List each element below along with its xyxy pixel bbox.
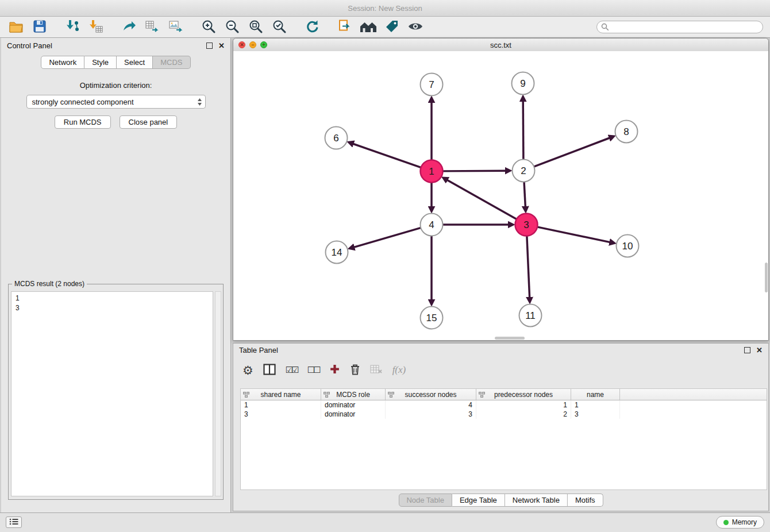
close-window-icon[interactable]: ✕: [238, 41, 245, 48]
column-header-successor-nodes[interactable]: successor nodes: [386, 389, 476, 400]
graph-edge-3-1[interactable]: [447, 180, 517, 219]
cell-mcds-role: dominator: [321, 410, 386, 419]
tab-network[interactable]: Network: [41, 56, 84, 69]
table-row[interactable]: 1 dominator 4 1 1: [241, 400, 767, 410]
column-header-name[interactable]: name: [571, 389, 620, 400]
tab-style[interactable]: Style: [84, 56, 117, 69]
delete-table-icon: [370, 365, 383, 376]
delete-column-button[interactable]: [350, 364, 360, 377]
save-icon: [33, 20, 47, 35]
zoom-selected-button[interactable]: [270, 18, 288, 36]
criterion-select[interactable]: strongly connected component: [26, 95, 206, 109]
memory-button[interactable]: Memory: [716, 516, 764, 529]
close-panel-button[interactable]: Close panel: [120, 115, 178, 129]
optimization-criterion-label: Optimization criterion:: [1, 81, 230, 90]
zoom-in-button[interactable]: [199, 18, 218, 36]
graph-node-2[interactable]: 2: [513, 160, 535, 182]
import-table-icon: [88, 19, 103, 36]
graph-edge-4-14[interactable]: [354, 228, 421, 248]
close-table-panel-icon[interactable]: ✕: [756, 346, 763, 354]
search-input[interactable]: [596, 21, 763, 33]
graph-node-11[interactable]: 11: [519, 304, 542, 327]
network-graph[interactable]: 7968124314101511: [233, 51, 768, 340]
minimize-window-icon[interactable]: −: [249, 41, 256, 48]
table-row[interactable]: 3 dominator 3 2 3: [241, 410, 767, 419]
cell-filler: [620, 410, 767, 419]
add-column-button[interactable]: [329, 364, 340, 376]
horizontal-scrollbar[interactable]: [495, 337, 525, 340]
graph-edge-1-6[interactable]: [353, 144, 421, 167]
tab-select[interactable]: Select: [117, 56, 153, 69]
function-builder-button[interactable]: f(x): [392, 364, 406, 376]
svg-text:9: 9: [520, 78, 525, 89]
tab-mcds[interactable]: MCDS: [153, 56, 190, 69]
result-scrollbar[interactable]: [215, 291, 221, 496]
graph-node-9[interactable]: 9: [512, 72, 534, 95]
graph-node-8[interactable]: 8: [615, 121, 638, 143]
home-view-button[interactable]: [359, 18, 378, 36]
window-titlebar: Session: New Session: [0, 0, 770, 17]
graph-node-10[interactable]: 10: [617, 235, 639, 257]
column-header-mcds-role[interactable]: MCDS role: [321, 389, 386, 400]
show-details-button[interactable]: [406, 18, 425, 36]
deselect-all-icon: ☐☐: [307, 365, 319, 375]
deselect-all-button[interactable]: ☐☐: [307, 365, 319, 375]
graph-node-15[interactable]: 15: [421, 307, 443, 329]
application-window: Session: New Session Control Panel: [0, 0, 770, 532]
eye-icon: [407, 21, 424, 34]
zoom-fit-button[interactable]: [247, 18, 265, 36]
zoom-out-button[interactable]: [223, 18, 241, 36]
tab-network-table[interactable]: Network Table: [505, 494, 568, 507]
select-all-icon: ☑☑: [286, 365, 298, 375]
graph-node-7[interactable]: 7: [421, 74, 443, 96]
copy-network-button[interactable]: [336, 18, 354, 36]
graph-edge-2-8[interactable]: [534, 138, 610, 167]
open-session-button[interactable]: [7, 18, 25, 36]
graph-edge-1-2[interactable]: [443, 171, 506, 171]
export-network-icon: [121, 19, 136, 36]
import-network-button[interactable]: [63, 18, 82, 36]
graph-node-6[interactable]: 6: [325, 127, 348, 149]
delete-table-button[interactable]: [370, 365, 383, 376]
run-mcds-button[interactable]: Run MCDS: [55, 115, 111, 129]
save-session-button[interactable]: [30, 18, 49, 36]
vertical-scrollbar[interactable]: [765, 263, 768, 292]
graph-edge-2-3[interactable]: [524, 182, 525, 207]
show-columns-button[interactable]: [263, 364, 276, 377]
select-all-button[interactable]: ☑☑: [286, 365, 298, 375]
close-panel-icon[interactable]: ✕: [218, 42, 225, 49]
export-network-button[interactable]: [120, 18, 138, 36]
task-history-button[interactable]: [6, 516, 22, 528]
export-table-button[interactable]: [143, 18, 161, 36]
network-canvas[interactable]: 7968124314101511: [233, 51, 768, 340]
import-table-button[interactable]: [87, 18, 105, 36]
graph-edge-3-10[interactable]: [538, 227, 610, 242]
mcds-result-title: MCDS result (2 nodes): [12, 280, 87, 288]
graph-node-1[interactable]: 1: [421, 160, 443, 183]
graph-node-14[interactable]: 14: [326, 241, 348, 264]
gear-icon: ⚙: [242, 364, 253, 376]
table-panel-header: Table Panel ✕: [233, 344, 768, 356]
mcds-result-text[interactable]: 1 3: [11, 291, 213, 496]
export-image-button[interactable]: [167, 18, 185, 36]
graph-node-4[interactable]: 4: [421, 214, 443, 236]
tab-motifs[interactable]: Motifs: [568, 494, 603, 507]
float-table-panel-icon[interactable]: [744, 347, 750, 353]
tab-node-table[interactable]: Node Table: [398, 494, 452, 507]
column-header-predecessor-nodes[interactable]: predecessor nodes: [476, 389, 571, 400]
graph-edge-2-9[interactable]: [523, 101, 523, 159]
network-window-titlebar[interactable]: ✕ − + scc.txt: [233, 38, 768, 52]
graph-node-3[interactable]: 3: [515, 214, 538, 236]
table-panel-title: Table Panel: [239, 346, 278, 354]
table-panel: Table Panel ✕ ⚙ ☑☑ ☐☐ f(x) shared name M…: [233, 343, 769, 511]
maximize-window-icon[interactable]: +: [260, 41, 267, 48]
float-panel-icon[interactable]: [206, 43, 213, 49]
tab-edge-table[interactable]: Edge Table: [452, 494, 505, 507]
graph-edge-3-11[interactable]: [527, 236, 530, 298]
table-settings-button[interactable]: ⚙: [242, 364, 253, 376]
annotation-button[interactable]: [383, 18, 401, 36]
refresh-view-button[interactable]: [303, 18, 321, 36]
window-controls: ✕ − +: [238, 41, 267, 48]
column-header-shared-name[interactable]: shared name: [241, 389, 321, 400]
fx-icon: f(x): [392, 364, 406, 376]
